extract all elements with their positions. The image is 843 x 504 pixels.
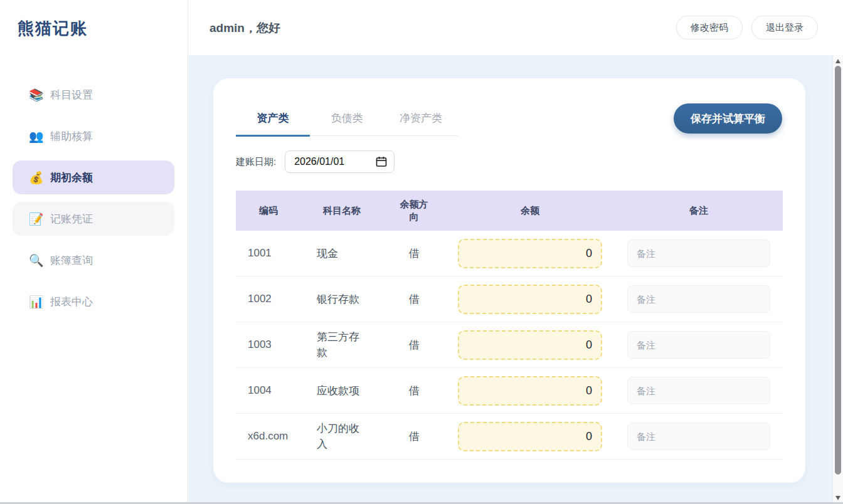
table-header-row: 编码 科目名称 余额方向 余额 备注: [236, 191, 783, 231]
memo-icon: 📝: [29, 212, 48, 226]
sidebar-item-label: 记账凭证: [50, 212, 93, 226]
subject-code: 1003: [236, 339, 301, 351]
subject-code: x6d.com: [236, 430, 301, 443]
remark-input[interactable]: [627, 331, 770, 359]
header-actions: 修改密码 退出登录: [676, 16, 818, 39]
books-icon: 📚: [29, 88, 48, 102]
balance-direction: 借: [383, 338, 445, 352]
sidebar-item-label: 账簿查询: [50, 253, 93, 268]
tab-liabilities[interactable]: 负债类: [310, 112, 384, 135]
column-header-remark: 备注: [615, 205, 783, 217]
table-row: 1004 应收款项 借: [236, 368, 783, 414]
table-row: 1001 现金 借: [236, 231, 783, 276]
tab-assets[interactable]: 资产类: [236, 112, 310, 137]
table-row: 1003 第三方存款 借: [236, 322, 783, 368]
account-date-input[interactable]: [285, 150, 395, 173]
subject-name: 小刀的收入: [301, 421, 383, 452]
subject-name: 银行存款: [301, 291, 383, 307]
sidebar-item-label: 辅助核算: [50, 129, 93, 144]
save-trial-balance-button[interactable]: 保存并试算平衡: [674, 103, 782, 134]
logout-button[interactable]: 退出登录: [751, 16, 818, 39]
magnifier-icon: 🔍: [29, 253, 48, 268]
user-greeting: admin，您好: [209, 20, 280, 36]
opening-balance-card: 资产类 负债类 净资产类 保存并试算平衡 建账日期: 编码 科目名称 余额方向: [213, 78, 805, 483]
balance-input[interactable]: [458, 376, 602, 406]
scroll-up-arrow-icon[interactable]: [835, 59, 840, 63]
remark-input[interactable]: [627, 239, 770, 267]
table-row: x6d.com 小刀的收入 借: [236, 414, 783, 459]
sidebar-item-opening-balance[interactable]: 💰 期初余额: [13, 160, 174, 194]
moneybag-icon: 💰: [29, 171, 48, 185]
column-header-subject-name: 科目名称: [301, 205, 383, 217]
opening-balance-table: 编码 科目名称 余额方向 余额 备注 1001 现金 借 1002 银行存款 借: [236, 191, 783, 459]
balance-direction: 借: [383, 429, 445, 444]
balance-direction: 借: [383, 384, 445, 398]
sidebar-item-auxiliary-accounting[interactable]: 👥 辅助核算: [13, 119, 174, 153]
remark-input[interactable]: [627, 423, 770, 450]
main-content: 资产类 负债类 净资产类 保存并试算平衡 建账日期: 编码 科目名称 余额方向: [189, 55, 843, 504]
change-password-button[interactable]: 修改密码: [676, 16, 743, 39]
account-date-row: 建账日期:: [236, 150, 395, 173]
account-date-field: [285, 150, 395, 173]
column-header-balance: 余额: [445, 205, 615, 217]
subject-name: 第三方存款: [301, 329, 383, 360]
balance-input[interactable]: [458, 330, 602, 360]
remark-input[interactable]: [627, 377, 770, 404]
subject-code: 1001: [236, 247, 301, 260]
subject-code: 1004: [236, 384, 301, 397]
balance-direction: 借: [383, 292, 445, 307]
tab-net-assets[interactable]: 净资产类: [384, 112, 458, 135]
sidebar-item-vouchers[interactable]: 📝 记账凭证: [13, 202, 174, 236]
account-date-label: 建账日期:: [236, 156, 276, 168]
subject-code: 1002: [236, 293, 301, 305]
column-header-balance-direction: 余额方向: [383, 198, 445, 223]
sidebar-menu: 📚 科目设置 👥 辅助核算 💰 期初余额 📝 记账凭证 🔍 账簿查询 📊 报表中…: [0, 78, 187, 326]
sidebar-item-label: 科目设置: [50, 88, 93, 102]
scroll-down-arrow-icon[interactable]: [835, 496, 840, 500]
scrollbar-thumb[interactable]: [835, 66, 841, 475]
remark-input[interactable]: [627, 285, 770, 313]
sidebar-item-label: 报表中心: [50, 295, 93, 309]
balance-input[interactable]: [458, 239, 602, 268]
app-logo: 熊猫记账: [18, 18, 88, 39]
table-row: 1002 银行存款 借: [236, 276, 783, 322]
category-tabs: 资产类 负债类 净资产类: [236, 112, 458, 136]
top-header: admin，您好 修改密码 退出登录: [189, 0, 843, 55]
sidebar: 熊猫记账 📚 科目设置 👥 辅助核算 💰 期初余额 📝 记账凭证 🔍 账簿查询 …: [0, 0, 188, 504]
sidebar-item-label: 期初余额: [50, 171, 93, 185]
vertical-scrollbar[interactable]: [832, 55, 843, 504]
column-header-code: 编码: [236, 205, 301, 217]
sidebar-item-ledger-query[interactable]: 🔍 账簿查询: [13, 243, 174, 277]
users-icon: 👥: [29, 129, 48, 144]
barchart-icon: 📊: [29, 295, 48, 309]
subject-name: 现金: [301, 246, 383, 261]
sidebar-item-report-center[interactable]: 📊 报表中心: [13, 285, 174, 318]
subject-name: 应收款项: [301, 383, 383, 399]
sidebar-item-subject-settings[interactable]: 📚 科目设置: [13, 78, 174, 112]
balance-input[interactable]: [458, 285, 602, 314]
balance-input[interactable]: [458, 422, 602, 451]
balance-direction: 借: [383, 246, 445, 261]
